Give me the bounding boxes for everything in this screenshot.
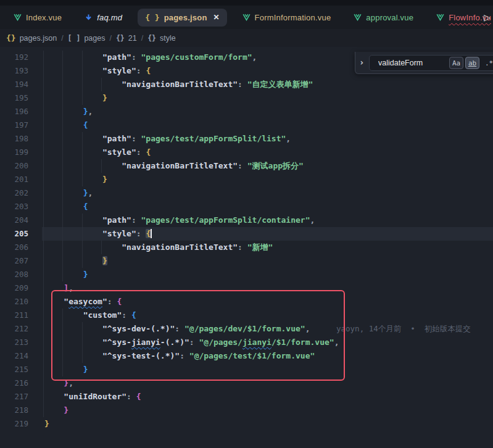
breadcrumb-item-pages[interactable]: [ ]pages bbox=[68, 34, 106, 43]
token: "navigationBarTitleText" bbox=[122, 243, 238, 252]
indent-guide bbox=[62, 91, 63, 105]
code-line[interactable]: 206 "navigationBarTitleText": "新增" bbox=[0, 241, 493, 254]
breadcrumb-item-pages-json[interactable]: {}pages.json bbox=[6, 33, 57, 43]
tab-label: FormInformation.vue bbox=[255, 13, 331, 22]
code-line[interactable]: 208 } bbox=[0, 268, 493, 281]
token: "path" bbox=[102, 134, 131, 143]
code-line[interactable]: 196 }, bbox=[0, 105, 493, 118]
code-line[interactable]: 195 } bbox=[0, 91, 493, 105]
indent-guide bbox=[43, 78, 44, 91]
code-content: } bbox=[44, 417, 493, 431]
code-line[interactable]: 218 } bbox=[0, 404, 493, 417]
indent-guide bbox=[82, 78, 83, 91]
code-line[interactable]: 198 "path": "pages/test/appFormSplit/lis… bbox=[0, 132, 493, 146]
token: "path" bbox=[102, 215, 131, 225]
token: : bbox=[175, 324, 184, 333]
close-icon[interactable]: ✕ bbox=[213, 13, 220, 22]
whole-word-button[interactable]: ab bbox=[465, 57, 479, 69]
token: { bbox=[136, 392, 141, 401]
tab-faq-md[interactable]: faq.md bbox=[77, 9, 130, 27]
indent-guide bbox=[82, 227, 83, 241]
tab-bar: Index.vuefaq.md{ }pages.json✕FormInforma… bbox=[0, 6, 493, 29]
code-line[interactable]: 207 } bbox=[0, 254, 493, 268]
token: : bbox=[238, 243, 247, 252]
code-line[interactable]: 216 }, bbox=[0, 376, 493, 390]
token: : bbox=[238, 80, 247, 89]
line-number: 193 bbox=[0, 64, 44, 78]
code-line[interactable]: 217 "uniIdRouter": { bbox=[0, 390, 493, 404]
token: "@/pages/dev/$1/form.vue" bbox=[184, 324, 305, 333]
token: } bbox=[102, 175, 107, 184]
breadcrumb-item-style[interactable]: {}style bbox=[147, 34, 176, 43]
code-line[interactable]: 210 "easycom": { bbox=[0, 295, 493, 309]
indent-guide bbox=[82, 64, 83, 78]
breadcrumb-separator: / bbox=[109, 34, 111, 43]
code-line[interactable]: 214 "^sys-test-(.*)": "@/pages/test/$1/f… bbox=[0, 349, 493, 363]
token: "自定义表单新增" bbox=[247, 80, 313, 89]
token: easycom bbox=[68, 297, 102, 306]
match-case-button[interactable]: Aa bbox=[449, 57, 463, 69]
token: "@/pages/test/$1/form.vue" bbox=[189, 351, 315, 360]
code-line[interactable]: 213 "^sys-jianyi-(.*)": "@/pages/jianyi/… bbox=[0, 336, 493, 349]
code-line[interactable]: 204 "path": "pages/test/appFormSplit/con… bbox=[0, 214, 493, 227]
token: "^sys-dev-(.*)" bbox=[102, 324, 175, 333]
code-line[interactable]: 199 "style": { bbox=[0, 146, 493, 159]
indent-guide bbox=[43, 322, 44, 336]
object-symbol-icon: {} bbox=[116, 34, 125, 43]
code-line[interactable]: 205 "style": { bbox=[0, 227, 493, 241]
code-line[interactable]: 200 "navigationBarTitleText": "测试app拆分" bbox=[0, 159, 493, 173]
token: "pages/customForm/form" bbox=[141, 52, 252, 62]
code-line[interactable]: 203 { bbox=[0, 200, 493, 214]
line-number: 208 bbox=[0, 268, 44, 281]
tab-approval-vue[interactable]: approval.vue bbox=[346, 9, 421, 27]
array-symbol-icon: [ ] bbox=[68, 34, 81, 43]
code-content: "^sys-dev-(.*)": "@/pages/dev/$1/form.vu… bbox=[44, 322, 493, 336]
token: : bbox=[189, 338, 199, 347]
token: { bbox=[83, 202, 88, 211]
breadcrumb-item-21[interactable]: {}21 bbox=[116, 34, 137, 43]
tab-label: pages.json bbox=[164, 13, 207, 22]
code-line[interactable]: 211 "custom": { bbox=[0, 309, 493, 322]
tab-pages-json[interactable]: { }pages.json✕ bbox=[138, 9, 226, 27]
indent-guide bbox=[43, 64, 44, 78]
tab-overflow-chevron-icon[interactable]: ▷ bbox=[484, 12, 491, 22]
token: "path" bbox=[102, 52, 131, 62]
token: "custom" bbox=[83, 310, 122, 320]
indent-guide bbox=[43, 173, 44, 186]
tab-label: Index.vue bbox=[26, 13, 62, 22]
code-line[interactable]: 201 } bbox=[0, 173, 493, 186]
indent-guide bbox=[82, 159, 83, 173]
indent-guide bbox=[82, 241, 83, 254]
tab-index-vue[interactable]: Index.vue bbox=[6, 9, 69, 27]
code-line[interactable]: 209 ], bbox=[0, 281, 493, 295]
code-content: } bbox=[44, 91, 493, 105]
tab-forminformation-vue[interactable]: FormInformation.vue bbox=[235, 9, 339, 27]
indent-guide bbox=[43, 91, 44, 105]
indent-guide bbox=[43, 159, 44, 173]
indent-guide bbox=[43, 146, 44, 159]
code-line[interactable]: 219} bbox=[0, 417, 493, 431]
code-line[interactable]: 212 "^sys-dev-(.*)": "@/pages/dev/$1/for… bbox=[0, 322, 493, 336]
regex-button[interactable]: .* bbox=[482, 57, 493, 69]
code-line[interactable]: 215 } bbox=[0, 363, 493, 376]
code-editor[interactable]: 192 "path": "pages/customForm/form",193 … bbox=[0, 47, 493, 448]
vue-icon bbox=[354, 14, 362, 21]
line-number: 201 bbox=[0, 173, 44, 186]
indent-guide bbox=[43, 295, 44, 309]
line-number: 219 bbox=[0, 417, 44, 431]
token: } bbox=[83, 365, 88, 374]
indent-guide bbox=[43, 241, 44, 254]
indent-guide bbox=[62, 322, 63, 336]
indent-guide bbox=[82, 254, 83, 268]
breadcrumb-label: pages bbox=[84, 34, 105, 43]
token: "^sys-test-(.*)" bbox=[102, 351, 180, 360]
line-number: 206 bbox=[0, 241, 44, 254]
token: "测试app拆分" bbox=[247, 161, 304, 170]
code-line[interactable]: 197 { bbox=[0, 118, 493, 132]
token: "新增" bbox=[247, 243, 273, 252]
indent-guide bbox=[62, 51, 63, 64]
code-line[interactable]: 202 }, bbox=[0, 186, 493, 200]
code-line[interactable]: 194 "navigationBarTitleText": "自定义表单新增" bbox=[0, 78, 493, 91]
toggle-replace-chevron-icon[interactable]: › bbox=[359, 57, 364, 67]
indent-guide bbox=[82, 91, 83, 105]
